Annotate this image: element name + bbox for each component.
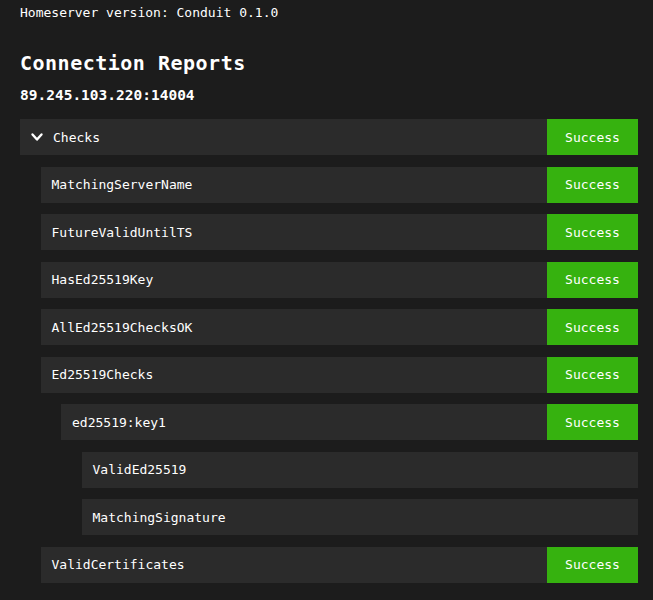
server-address: 89.245.103.220:14004 — [20, 87, 638, 103]
status-badge: Success — [547, 119, 638, 155]
report-row-label: MatchingServerName — [52, 178, 193, 191]
page-title: Connection Reports — [20, 52, 638, 74]
report-row-matchingservername: MatchingServerName Success — [41, 167, 639, 203]
report-row-ed25519checks: Ed25519Checks Success — [41, 357, 639, 393]
status-badge: Success — [547, 167, 638, 203]
report-row-ed25519-key1: ed25519:key1 Success — [61, 404, 638, 440]
status-badge: Success — [547, 214, 638, 250]
report-row-checks[interactable]: Checks Success — [20, 119, 638, 155]
report-row-validcertificates: ValidCertificates Success — [41, 547, 639, 583]
connection-report-page: Homeserver version: Conduit 0.1.0 Connec… — [0, 0, 653, 583]
report-row-label: HasEd25519Key — [52, 273, 154, 286]
report-row-label: Checks — [53, 131, 100, 144]
status-badge: Success — [547, 262, 638, 298]
report-row-label: ed25519:key1 — [72, 416, 166, 429]
homeserver-version-text: Homeserver version: Conduit 0.1.0 — [20, 6, 638, 20]
report-row-futurevaliduntilts: FutureValidUntilTS Success — [41, 214, 639, 250]
report-row-label: FutureValidUntilTS — [52, 226, 193, 239]
report-row-label: AllEd25519ChecksOK — [52, 321, 193, 334]
report-row-alled25519checksok: AllEd25519ChecksOK Success — [41, 309, 639, 345]
chevron-down-icon — [29, 130, 44, 145]
report-row-label: ValidEd25519 — [93, 463, 187, 476]
report-row-matchingsignature: MatchingSignature — [82, 499, 639, 535]
report-row-hased25519key: HasEd25519Key Success — [41, 262, 639, 298]
status-badge: Success — [547, 309, 638, 345]
status-badge: Success — [547, 404, 638, 440]
report-row-valided25519: ValidEd25519 — [82, 452, 639, 488]
report-row-label: Ed25519Checks — [52, 368, 154, 381]
status-badge: Success — [547, 547, 638, 583]
report-list: Checks Success MatchingServerName Succes… — [20, 119, 638, 583]
report-row-label: ValidCertificates — [52, 558, 185, 571]
status-badge: Success — [547, 357, 638, 393]
report-row-label: MatchingSignature — [93, 511, 226, 524]
